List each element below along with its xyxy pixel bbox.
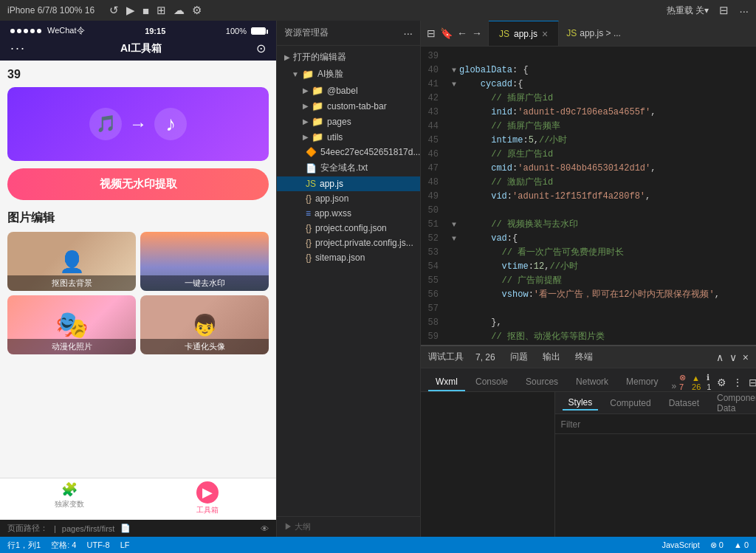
main-layout: WeChat令 19:15 100% ··· AI工具箱 ⊙ 39 🎵 xyxy=(0,21,756,537)
projprivate-label: project.private.config.js... xyxy=(315,238,413,248)
fold-41[interactable]: ▼ xyxy=(449,78,459,92)
ln-44: 44 xyxy=(421,120,449,134)
appjs-file-icon: JS xyxy=(306,179,316,189)
tab-icon-home: 🧩 xyxy=(61,481,78,498)
editor-tab-appjs[interactable]: JS app.js × xyxy=(489,21,559,46)
cloud-icon[interactable]: ☁ xyxy=(173,4,185,17)
tab-close-btn[interactable]: × xyxy=(542,28,548,40)
styles-panel: Styles Computed Dataset Component Data S… xyxy=(555,392,756,537)
devtools-tab-network[interactable]: Network xyxy=(568,374,616,391)
grid-item-1[interactable]: 👤 抠图去背景 xyxy=(7,232,136,291)
editor-bookmark-icon[interactable]: 🔖 xyxy=(440,27,453,39)
devtools-more-tabs[interactable]: » xyxy=(671,381,676,391)
phone-content: 39 🎵 → ♪ 视频无水印提取 图片编辑 👤 xyxy=(0,61,276,478)
devtools-tab-console[interactable]: Console xyxy=(468,374,515,391)
editor-back-icon[interactable]: ← xyxy=(457,27,467,39)
styles-tab-styles[interactable]: Styles xyxy=(563,396,599,411)
devtools-tab-wxml[interactable]: Wxml xyxy=(428,374,465,391)
tab-item-home[interactable]: 🧩 独家变数 xyxy=(0,481,138,515)
fold-45 xyxy=(449,134,459,148)
grid-item-4[interactable]: 👦 卡通化头像 xyxy=(140,295,269,354)
editor-forward-icon[interactable]: → xyxy=(472,27,482,39)
fold-40[interactable]: ▼ xyxy=(449,63,459,78)
pages-folder-row[interactable]: ▶ 📁 pages xyxy=(277,114,420,129)
phone-nav-title: AI工具箱 xyxy=(26,42,256,55)
devtools-tab-memory[interactable]: Memory xyxy=(619,374,665,391)
hot-reload-menu[interactable]: 热重载 关▾ xyxy=(667,4,709,17)
ln-56: 56 xyxy=(421,288,449,302)
utils-folder-icon: 📁 xyxy=(312,131,323,142)
fold-39 xyxy=(449,49,459,63)
grid-icon[interactable]: ⊞ xyxy=(157,4,166,17)
styles-tab-dataset[interactable]: Dataset xyxy=(663,396,705,410)
code-line-51: 51 ▼ // 视频换装与去水印 xyxy=(421,218,756,232)
devtools-expand-btn[interactable]: ∨ xyxy=(729,351,737,363)
sitemap-file-row[interactable]: {} sitemap.json xyxy=(277,250,420,265)
styles-tab-component-data[interactable]: Component Data xyxy=(711,392,756,415)
fold-57 xyxy=(449,302,459,316)
outline-section[interactable]: ▶ 大纲 xyxy=(277,516,420,537)
devtools-separate-icon[interactable]: ⊟ xyxy=(749,377,756,388)
devtools-tab-sources[interactable]: Sources xyxy=(518,374,566,391)
devtools-problems-label[interactable]: 问题 xyxy=(510,351,528,363)
grid-item-3[interactable]: 🎭 动漫化照片 xyxy=(7,295,136,354)
split-icon[interactable]: ⊟ xyxy=(719,4,729,17)
projconfig-file-row[interactable]: {} project.config.json xyxy=(277,221,420,236)
phone-nav-bar: ··· AI工具箱 ⊙ xyxy=(0,39,276,61)
appjson-file-row[interactable]: {} app.json xyxy=(277,191,420,206)
projprivate-file-row[interactable]: {} project.private.config.js... xyxy=(277,236,420,250)
root-folder-icon: 📁 xyxy=(302,69,314,80)
fold-44 xyxy=(449,120,459,134)
file-panel-more[interactable]: ··· xyxy=(403,27,413,39)
expand-babel-icon: ▶ xyxy=(303,86,309,95)
appwxss-file-row[interactable]: ≡ app.wxss xyxy=(277,206,420,221)
nav-camera-btn[interactable]: ⊙ xyxy=(256,41,266,55)
expand-open-icon: ▶ xyxy=(284,53,290,61)
code-line-41: 41 ▼ cycadd:{ xyxy=(421,78,756,92)
txt-file-row[interactable]: 📄 安全域名.txt xyxy=(277,159,420,176)
lc-55: // 广告前提醒 xyxy=(459,274,756,288)
code-area[interactable]: 39 40 ▼ globalData: { 41 ▼ cycadd:{ 42 /… xyxy=(421,47,756,345)
utils-folder-row[interactable]: ▶ 📁 utils xyxy=(277,129,420,145)
stop-icon[interactable]: ■ xyxy=(142,4,149,17)
devtools-collapse-btn[interactable]: ∧ xyxy=(716,351,724,363)
tab-item-tools[interactable]: ▶ 工具箱 xyxy=(138,481,276,515)
tab-icon-tools: ▶ xyxy=(196,481,219,504)
lc-46: // 原生广告id xyxy=(459,148,756,162)
devtools-output-label[interactable]: 输出 xyxy=(543,351,560,363)
fold-51[interactable]: ▼ xyxy=(449,218,459,232)
settings-icon[interactable]: ⚙ xyxy=(192,4,202,17)
fold-42 xyxy=(449,92,459,106)
misc-file-row[interactable]: 🔶 54eec27ec452651817d... xyxy=(277,145,420,159)
open-editors-row[interactable]: ▶ 打开的编辑器 xyxy=(277,49,420,66)
ln-49: 49 xyxy=(421,190,449,204)
promo-banner: 🎵 → ♪ xyxy=(7,87,269,161)
refresh-icon[interactable]: ↺ xyxy=(109,4,119,17)
root-folder-row[interactable]: ▼ 📁 AI换脸 xyxy=(277,66,420,83)
devtools-close-btn[interactable]: × xyxy=(743,351,749,363)
devtools-controls: ∧ ∨ × xyxy=(716,351,749,363)
status-left: WeChat令 xyxy=(10,25,85,36)
devtools-terminal-label[interactable]: 终端 xyxy=(575,351,593,363)
more-icon[interactable]: ··· xyxy=(739,4,749,17)
styles-tab-computed[interactable]: Computed xyxy=(604,396,656,410)
grid-item-2[interactable]: 一键去水印 xyxy=(140,232,269,291)
play-icon[interactable]: ▶ xyxy=(126,4,135,17)
editor-split-icon[interactable]: ⊟ xyxy=(427,27,436,39)
babel-folder-row[interactable]: ▶ 📁 @babel xyxy=(277,83,420,98)
nav-dots-btn[interactable]: ··· xyxy=(10,41,26,56)
ln-51: 51 xyxy=(421,218,449,232)
grid-item-label-1: 抠图去背景 xyxy=(7,275,136,291)
devtools-settings-icon[interactable]: ⚙ xyxy=(717,377,726,388)
outline-label: 大纲 xyxy=(295,522,311,531)
styles-filter-input[interactable] xyxy=(561,419,750,430)
lc-49: vid:'adunit-12f151fdf4a280f8', xyxy=(459,190,756,204)
promo-cta-button[interactable]: 视频无水印提取 xyxy=(7,168,269,200)
appjs-file-row[interactable]: JS app.js xyxy=(277,176,420,191)
custom-tab-bar-row[interactable]: ▶ 📁 custom-tab-bar xyxy=(277,98,420,114)
fold-52[interactable]: ▼ xyxy=(449,232,459,246)
babel-folder-label: @babel xyxy=(327,86,358,96)
eye-icon[interactable]: 👁 xyxy=(261,524,269,533)
code-line-53: 53 // 看一次广告可免费使用时长 xyxy=(421,246,756,260)
devtools-more-icon2[interactable]: ⋮ xyxy=(732,377,743,388)
